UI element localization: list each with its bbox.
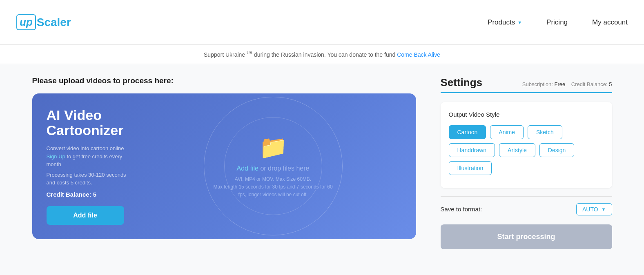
nav-my-account-label: My account — [592, 18, 628, 26]
nav-pricing[interactable]: Pricing — [546, 18, 568, 27]
start-processing-button[interactable]: Start processing — [441, 224, 612, 249]
logo-up: up — [16, 14, 36, 30]
chevron-down-icon: ▼ — [602, 207, 606, 212]
settings-header: Settings Subscription: Free Credit Balan… — [441, 76, 612, 89]
format-value: AUTO — [582, 206, 598, 213]
style-btn-artstyle[interactable]: Artstyle — [499, 143, 535, 157]
drop-hint: AVI, MP4 or MOV. Max Size 60MB.Max lengt… — [212, 175, 334, 199]
nav-my-account[interactable]: My account — [592, 18, 628, 27]
drop-zone-wrapper: 📁 Add file or drop files here AVI, MP4 o… — [145, 108, 402, 225]
style-btn-illustration[interactable]: Illustration — [449, 161, 492, 175]
style-btn-design[interactable]: Design — [539, 143, 575, 157]
format-select[interactable]: AUTO ▼ — [576, 203, 612, 215]
card-info: AI Video Cartoonizer Convert video into … — [47, 108, 136, 225]
card-heading: AI Video Cartoonizer — [47, 108, 136, 138]
logo-scaler: Scaler — [37, 16, 71, 29]
folder-icon: 📁 — [259, 134, 287, 161]
left-panel: Please upload videos to process here: AI… — [32, 76, 416, 249]
add-file-button[interactable]: Add file — [47, 206, 124, 225]
style-buttons-row-3: Illustration — [449, 161, 604, 175]
upload-card: AI Video Cartoonizer Convert video into … — [32, 93, 416, 239]
output-style-label: Output Video Style — [449, 111, 604, 118]
card-signup-link[interactable]: Sign Up — [47, 153, 65, 160]
chevron-down-icon: ▼ — [517, 20, 522, 25]
settings-divider — [441, 92, 612, 93]
style-btn-anime[interactable]: Anime — [490, 125, 524, 139]
style-btn-cartoon[interactable]: Cartoon — [449, 125, 486, 139]
settings-output-style-card: Output Video Style Cartoon Anime Sketch … — [441, 102, 612, 188]
upload-title: Please upload videos to process here: — [32, 76, 416, 85]
settings-title: Settings — [441, 76, 483, 89]
card-processing-info: Processing takes 30-120 seconds and cost… — [47, 171, 136, 187]
style-btn-sketch[interactable]: Sketch — [528, 125, 562, 139]
format-label: Save to format: — [441, 206, 482, 213]
card-desc: Convert video into cartoon online Sign U… — [47, 144, 136, 169]
logo[interactable]: upScaler — [16, 14, 71, 30]
main-content: Please upload videos to process here: AI… — [16, 64, 628, 262]
nav-pricing-label: Pricing — [546, 18, 568, 27]
settings-panel: Settings Subscription: Free Credit Balan… — [441, 76, 612, 249]
nav-products-label: Products — [488, 18, 515, 27]
card-credit-balance: Credit Balance: 5 — [47, 191, 136, 198]
nav-products[interactable]: Products ▼ — [488, 18, 522, 27]
header: upScaler Products ▼ Pricing My account — [0, 0, 644, 45]
drop-text: Add file or drop files here — [237, 165, 310, 172]
style-buttons-row-1: Cartoon Anime Sketch — [449, 125, 604, 139]
format-row: Save to format: AUTO ▼ — [441, 196, 612, 221]
come-back-alive-link[interactable]: Come Back Alive — [397, 51, 440, 58]
banner-text: Support Ukraine UA during the Russian in… — [204, 51, 397, 58]
drop-add-file-link[interactable]: Add file — [237, 165, 258, 172]
ukraine-banner: Support Ukraine UA during the Russian in… — [0, 45, 644, 64]
ua-badge: UA — [247, 51, 252, 55]
style-btn-handdrawn[interactable]: Handdrawn — [449, 143, 495, 157]
subscription-info: Subscription: Free Credit Balance: 5 — [522, 81, 612, 87]
drop-zone[interactable]: 📁 Add file or drop files here AVI, MP4 o… — [212, 134, 334, 199]
style-buttons-row-2: Handdrawn Artstyle Design — [449, 143, 604, 157]
main-nav: Products ▼ Pricing My account — [488, 18, 628, 27]
